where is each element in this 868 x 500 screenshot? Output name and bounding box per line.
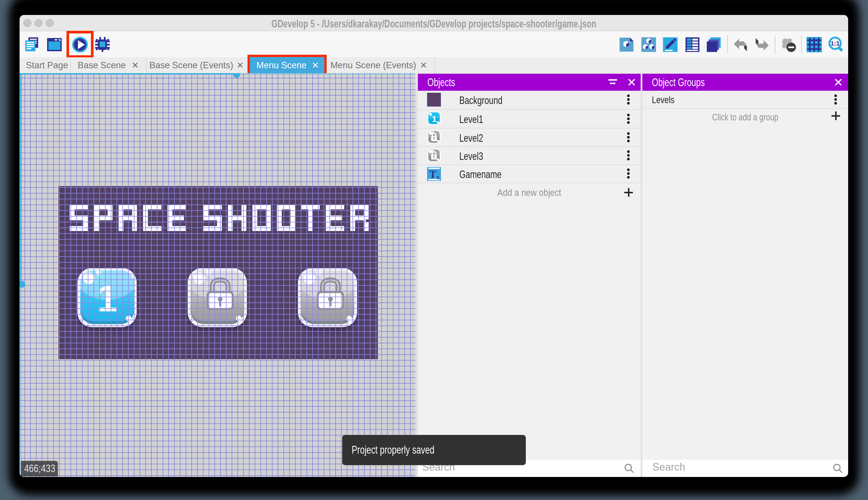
svg-text:T: T [429,168,436,180]
svg-text:1:1: 1:1 [831,40,840,47]
svg-text:1: 1 [432,114,437,124]
svg-text:x: x [437,173,440,181]
